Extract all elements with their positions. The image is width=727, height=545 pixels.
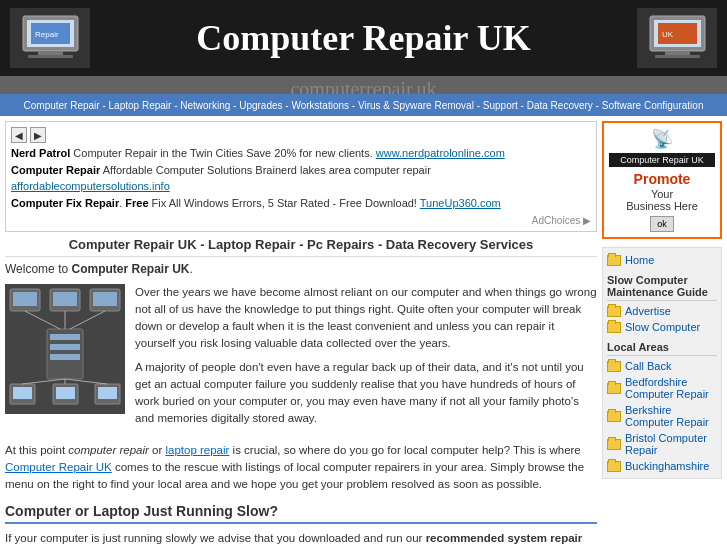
svg-rect-16 <box>53 292 77 306</box>
svg-rect-18 <box>93 292 117 306</box>
rss-icon: 📡 <box>609 128 715 150</box>
site-header: Repair Computer Repair UK UK <box>0 0 727 76</box>
welcome-text: Welcome to Computer Repair UK. <box>5 262 597 276</box>
svg-rect-3 <box>28 55 73 58</box>
svg-rect-22 <box>50 354 80 360</box>
folder-icon-home <box>607 255 621 266</box>
header-logo-left: Repair <box>10 8 90 68</box>
bedfordshire-link[interactable]: Bedfordshire Computer Repair <box>625 376 717 400</box>
laptop-repair-link[interactable]: laptop repair <box>165 444 229 456</box>
folder-icon-bedfordshire <box>607 383 621 394</box>
para-3-container: At this point computer repair or laptop … <box>5 442 597 494</box>
svg-rect-20 <box>50 334 80 340</box>
callback-link[interactable]: Call Back <box>625 360 671 372</box>
sidebar-item-buckinghamshire[interactable]: Buckinghamshire <box>607 458 717 474</box>
para-1: Over the years we have become almost rel… <box>135 284 597 353</box>
svg-rect-31 <box>98 387 117 399</box>
sidebar-section-local: Local Areas <box>607 341 717 356</box>
sidebar-nav: Home Slow Computer Maintenance Guide Adv… <box>602 247 722 479</box>
svg-text:UK: UK <box>662 30 674 39</box>
main-layout: ◀ ▶ Nerd Patrol Computer Repair in the T… <box>0 116 727 545</box>
sidebar-item-berkshire[interactable]: Berkshire Computer Repair <box>607 402 717 430</box>
folder-icon-bristol <box>607 439 621 450</box>
advertise-link[interactable]: Advertise <box>625 305 671 317</box>
slow-link[interactable]: Slow Computer <box>625 321 700 333</box>
svg-rect-2 <box>38 51 63 55</box>
ad-prev-button[interactable]: ◀ <box>11 127 27 143</box>
folder-icon-buckinghamshire <box>607 461 621 472</box>
ad-link-2[interactable]: affordablecomputersolutions.info <box>11 180 170 192</box>
buckinghamshire-link[interactable]: Buckinghamshire <box>625 460 709 472</box>
folder-icon-berkshire <box>607 411 621 422</box>
nav-text: Computer Repair - Laptop Repair - Networ… <box>24 100 704 111</box>
slow-section-heading: Computer or Laptop Just Running Slow? <box>5 503 597 524</box>
sidebar-item-bristol[interactable]: Bristol Computer Repair <box>607 430 717 458</box>
ad-next-button[interactable]: ▶ <box>30 127 46 143</box>
svg-rect-21 <box>50 344 80 350</box>
bristol-link[interactable]: Bristol Computer Repair <box>625 432 717 456</box>
promote-title: Promote <box>609 170 715 188</box>
sidebar-item-bedfordshire[interactable]: Bedfordshire Computer Repair <box>607 374 717 402</box>
ad-link-1[interactable]: www.nerdpatrolonline.com <box>376 147 505 159</box>
svg-rect-27 <box>13 387 32 399</box>
folder-icon-callback <box>607 361 621 372</box>
computer-repair-uk-link[interactable]: Computer Repair UK <box>5 461 112 473</box>
promote-sub1: Your <box>609 188 715 200</box>
svg-rect-9 <box>655 55 700 58</box>
sidebar-item-slow[interactable]: Slow Computer <box>607 319 717 335</box>
site-title: Computer Repair UK <box>90 17 637 59</box>
folder-icon-advertise <box>607 306 621 317</box>
ad-nav: ◀ ▶ <box>11 127 591 143</box>
berkshire-link[interactable]: Berkshire Computer Repair <box>625 404 717 428</box>
sidebar-section-slow: Slow Computer Maintenance Guide <box>607 274 717 301</box>
para-2: A majority of people don't even have a r… <box>135 359 597 428</box>
nav-bar[interactable]: Computer Repair - Laptop Repair - Networ… <box>0 94 727 116</box>
svg-text:Repair: Repair <box>35 30 59 39</box>
sidebar-item-home[interactable]: Home <box>607 252 717 268</box>
ad-link-3[interactable]: TuneUp360.com <box>420 197 501 209</box>
folder-icon-slow <box>607 322 621 333</box>
promote-sub2: Business Here <box>609 200 715 212</box>
promote-box: 📡 Computer Repair UK Promote Your Busine… <box>602 121 722 239</box>
slow-section-text: If your computer is just running slowly … <box>5 530 597 545</box>
content-area: ◀ ▶ Nerd Patrol Computer Repair in the T… <box>5 121 597 545</box>
ad-row-1: Nerd Patrol Computer Repair in the Twin … <box>11 146 591 161</box>
ad-choices: AdChoices ▶ <box>11 215 591 226</box>
svg-rect-29 <box>56 387 75 399</box>
ad-row-2: Computer Repair Affordable Computer Solu… <box>11 163 591 194</box>
ad-row-3: Computer Fix Repair. Free Fix All Window… <box>11 196 591 211</box>
ad-block: ◀ ▶ Nerd Patrol Computer Repair in the T… <box>5 121 597 232</box>
content-with-image: Over the years we have become almost rel… <box>5 284 597 434</box>
para-3: At this point computer repair or laptop … <box>5 442 597 494</box>
home-link[interactable]: Home <box>625 254 654 266</box>
sidebar: 📡 Computer Repair UK Promote Your Busine… <box>602 121 722 545</box>
network-image <box>5 284 125 414</box>
header-shadow: computerrepair.uk <box>0 76 727 94</box>
slow-para-1: If your computer is just running slowly … <box>5 530 597 545</box>
svg-rect-14 <box>13 292 37 306</box>
main-paragraphs: Over the years we have become almost rel… <box>135 284 597 434</box>
page-title: Computer Repair UK - Laptop Repair - Pc … <box>5 237 597 257</box>
svg-rect-8 <box>665 51 690 55</box>
sidebar-item-advertise[interactable]: Advertise <box>607 303 717 319</box>
header-logo-right: UK <box>637 8 717 68</box>
promote-ok-button[interactable]: ok <box>650 216 674 232</box>
promote-logo: Computer Repair UK <box>609 153 715 167</box>
sidebar-item-callback[interactable]: Call Back <box>607 358 717 374</box>
